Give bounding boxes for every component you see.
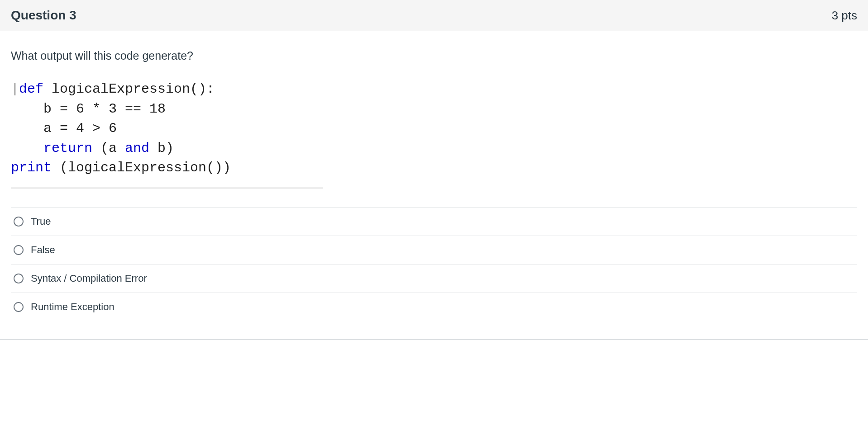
code-text: (logicalExpression()) [52,160,231,175]
answer-radio[interactable] [14,274,24,283]
answers-list: True False Syntax / Compilation Error Ru… [11,207,857,321]
answer-radio[interactable] [14,217,24,227]
question-container: Question 3 3 pts What output will this c… [0,0,868,340]
code-block: |def logicalExpression(): b = 6 * 3 == 1… [11,80,857,178]
question-body: What output will this code generate? |de… [0,31,868,326]
question-header: Question 3 3 pts [0,0,868,31]
bottom-divider [0,339,868,340]
code-cursor: | [11,81,19,97]
code-underline [11,187,323,189]
answer-label: True [31,216,51,227]
answer-option[interactable]: False [11,236,857,264]
code-function-name: logicalExpression [52,81,190,97]
answer-label: Syntax / Compilation Error [31,273,147,284]
answer-radio[interactable] [14,245,24,255]
question-title: Question 3 [11,8,76,23]
question-points: 3 pts [832,9,857,23]
answer-option[interactable]: True [11,208,857,236]
code-line: b = 6 * 3 == 18 [11,101,166,117]
code-text: (a [92,141,125,156]
code-keyword-def: def [19,81,43,97]
code-text: b) [149,141,174,156]
answer-option[interactable]: Runtime Exception [11,293,857,321]
answer-label: False [31,244,55,256]
code-keyword-and: and [125,141,149,156]
code-keyword-return: return [43,141,92,156]
code-indent [11,141,43,156]
answer-radio[interactable] [14,302,24,312]
code-text [43,81,52,97]
code-text: (): [190,81,215,97]
question-prompt: What output will this code generate? [11,49,857,62]
answer-label: Runtime Exception [31,301,114,313]
code-line: a = 4 > 6 [11,121,117,136]
code-keyword-print: print [11,160,52,175]
answer-option[interactable]: Syntax / Compilation Error [11,264,857,293]
